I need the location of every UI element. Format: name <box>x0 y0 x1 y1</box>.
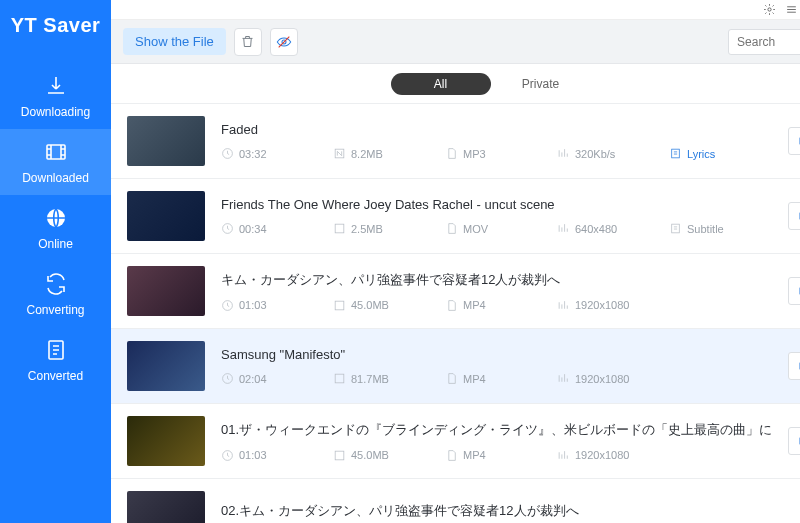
item-title: 02.キム・カーダシアン、パリ強盗事件で容疑者12人が裁判へ <box>221 502 800 520</box>
titlebar <box>111 0 800 20</box>
sidebar-item-label: Downloaded <box>22 171 89 185</box>
toolbar: Show the File <box>111 20 800 64</box>
svg-rect-15 <box>335 374 344 383</box>
item-title: Faded <box>221 122 772 137</box>
refresh-icon <box>43 271 69 297</box>
thumbnail <box>127 266 205 316</box>
item-title: Samsung "Manifesto" <box>221 347 772 362</box>
film-icon <box>43 139 69 165</box>
file-icon <box>445 449 458 462</box>
thumbnail <box>127 491 205 523</box>
subtitle-icon <box>669 222 682 235</box>
globe-icon <box>43 205 69 231</box>
sidebar-item-label: Downloading <box>21 105 90 119</box>
sidebar-item-label: Converted <box>28 369 83 383</box>
tab-all[interactable]: All <box>391 73 491 95</box>
size-icon <box>333 222 346 235</box>
download-list: Faded 03:32 8.2MB MP3 320Kb/s Lyrics <box>111 104 800 523</box>
item-info: 01.ザ・ウィークエンドの『ブラインディング・ライツ』、米ビルボードの「史上最高… <box>221 421 772 462</box>
item-title: 01.ザ・ウィークエンドの『ブラインディング・ライツ』、米ビルボードの「史上最高… <box>221 421 772 439</box>
play-button[interactable] <box>788 277 800 305</box>
list-item[interactable]: 01.ザ・ウィークエンドの『ブラインディング・ライツ』、米ビルボードの「史上最高… <box>111 404 800 479</box>
item-info: Friends The One Where Joey Dates Rachel … <box>221 197 772 235</box>
quality-icon <box>557 147 570 160</box>
svg-rect-10 <box>335 224 344 233</box>
main-panel: Show the File All Private Faded 03:32 <box>111 0 800 523</box>
svg-rect-8 <box>672 149 680 158</box>
item-info: キム・カーダシアン、パリ強盗事件で容疑者12人が裁判へ 01:03 45.0MB… <box>221 271 772 312</box>
quality-icon <box>557 449 570 462</box>
file-icon <box>445 299 458 312</box>
sidebar-item-converting[interactable]: Converting <box>0 261 111 327</box>
sidebar-item-online[interactable]: Online <box>0 195 111 261</box>
size-icon <box>333 372 346 385</box>
file-icon <box>445 372 458 385</box>
app-root: YT Saver Downloading Downloaded Online C… <box>0 0 800 523</box>
play-button[interactable] <box>788 352 800 380</box>
svg-rect-13 <box>335 301 344 310</box>
thumbnail <box>127 116 205 166</box>
size-icon <box>333 147 346 160</box>
clock-icon <box>221 372 234 385</box>
size-icon <box>333 299 346 312</box>
item-info: 02.キム・カーダシアン、パリ強盗事件で容疑者12人が裁判へ <box>221 502 800 523</box>
svg-rect-0 <box>47 145 65 159</box>
item-title: Friends The One Where Joey Dates Rachel … <box>221 197 772 212</box>
size-icon <box>333 449 346 462</box>
sidebar-item-label: Online <box>38 237 73 251</box>
sidebar-item-label: Converting <box>26 303 84 317</box>
settings-button[interactable] <box>758 1 780 19</box>
delete-button[interactable] <box>234 28 262 56</box>
list-item[interactable]: 02.キム・カーダシアン、パリ強盗事件で容疑者12人が裁判へ <box>111 479 800 523</box>
thumbnail <box>127 416 205 466</box>
list-item[interactable]: Faded 03:32 8.2MB MP3 320Kb/s Lyrics <box>111 104 800 179</box>
file-icon <box>445 147 458 160</box>
tab-private[interactable]: Private <box>491 73 591 95</box>
search-input[interactable] <box>728 29 800 55</box>
tabbar: All Private <box>111 64 800 104</box>
file-icon <box>445 222 458 235</box>
svg-rect-11 <box>672 224 680 233</box>
item-info: Samsung "Manifesto" 02:04 81.7MB MP4 192… <box>221 347 772 385</box>
item-meta: 03:32 8.2MB MP3 320Kb/s Lyrics <box>221 147 772 160</box>
play-button[interactable] <box>788 427 800 455</box>
quality-icon <box>557 222 570 235</box>
clock-icon <box>221 299 234 312</box>
download-icon <box>43 73 69 99</box>
item-title: キム・カーダシアン、パリ強盗事件で容疑者12人が裁判へ <box>221 271 772 289</box>
menu-button[interactable] <box>780 1 800 19</box>
quality-icon <box>557 299 570 312</box>
svg-rect-17 <box>335 451 344 460</box>
thumbnail <box>127 341 205 391</box>
lyrics-icon <box>669 147 682 160</box>
clock-icon <box>221 449 234 462</box>
play-button[interactable] <box>788 127 800 155</box>
hide-toggle-button[interactable] <box>270 28 298 56</box>
sidebar-item-downloading[interactable]: Downloading <box>0 63 111 129</box>
list-item[interactable]: Samsung "Manifesto" 02:04 81.7MB MP4 192… <box>111 329 800 404</box>
svg-point-3 <box>767 8 770 11</box>
sidebar-item-converted[interactable]: Converted <box>0 327 111 393</box>
app-logo: YT Saver <box>11 14 101 37</box>
clock-icon <box>221 147 234 160</box>
play-button[interactable] <box>788 202 800 230</box>
clock-icon <box>221 222 234 235</box>
sidebar: YT Saver Downloading Downloaded Online C… <box>0 0 111 523</box>
list-item[interactable]: Friends The One Where Joey Dates Rachel … <box>111 179 800 254</box>
sidebar-item-downloaded[interactable]: Downloaded <box>0 129 111 195</box>
list-item[interactable]: キム・カーダシアン、パリ強盗事件で容疑者12人が裁判へ 01:03 45.0MB… <box>111 254 800 329</box>
item-info: Faded 03:32 8.2MB MP3 320Kb/s Lyrics <box>221 122 772 160</box>
thumbnail <box>127 191 205 241</box>
quality-icon <box>557 372 570 385</box>
document-icon <box>43 337 69 363</box>
show-file-button[interactable]: Show the File <box>123 28 226 55</box>
